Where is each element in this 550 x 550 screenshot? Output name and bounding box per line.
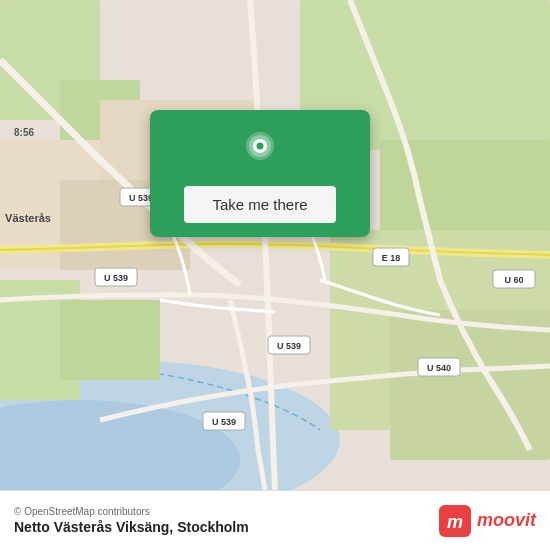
location-name: Netto Västerås Viksäng, Stockholm (14, 519, 249, 535)
map-container: U 539 U 539 U 539 U 539 U 540 E 18 Väste… (0, 0, 550, 490)
svg-text:Västerås: Västerås (5, 212, 51, 224)
svg-text:U 539: U 539 (104, 273, 128, 283)
osm-attribution: © OpenStreetMap contributors (14, 506, 249, 517)
svg-text:U 539: U 539 (212, 417, 236, 427)
svg-text:U 539: U 539 (277, 341, 301, 351)
bottom-info: © OpenStreetMap contributors Netto Väste… (14, 506, 249, 535)
take-me-there-button[interactable]: Take me there (184, 186, 335, 223)
map-svg: U 539 U 539 U 539 U 539 U 540 E 18 Väste… (0, 0, 550, 490)
moovit-brand-text: moovit (477, 510, 536, 531)
location-pin-icon (238, 128, 282, 172)
svg-rect-6 (380, 140, 550, 240)
svg-text:E 18: E 18 (382, 253, 401, 263)
svg-text:m: m (447, 512, 463, 532)
svg-text:U 60: U 60 (504, 275, 523, 285)
moovit-brand-icon: m (439, 505, 471, 537)
svg-rect-8 (60, 300, 160, 380)
svg-text:U 540: U 540 (427, 363, 451, 373)
svg-text:8:56: 8:56 (14, 127, 34, 138)
bottom-bar: © OpenStreetMap contributors Netto Väste… (0, 490, 550, 550)
svg-point-33 (257, 143, 264, 150)
location-card: Take me there (150, 110, 370, 237)
moovit-logo: m moovit (439, 505, 536, 537)
